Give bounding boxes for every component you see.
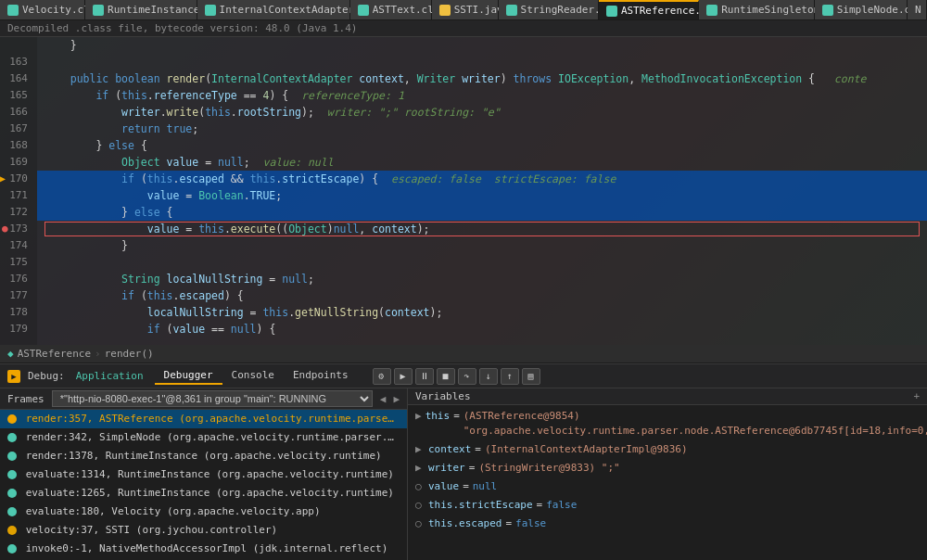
var-name-5: this.escaped [428,516,502,531]
var-name-3: value [428,479,459,494]
var-item-0: ▶ this = (ASTReference@9854) "org.apache… [408,407,927,440]
tab-runtimesingleton[interactable]: RuntimeSingleton.class × [699,0,815,19]
code-line-168: } else { [37,137,927,154]
var-eq-5: = [505,516,512,531]
vars-add-icon[interactable]: + [913,390,920,402]
debug-content: Frames *"http-nio-8080-exec-1"@8,361 in … [0,388,927,560]
debug-btn-stop[interactable]: ■ [437,368,455,385]
tab-bar: Velocity.class × RuntimeInstance.class ×… [0,0,927,20]
breadcrumb-separator: › [95,348,101,360]
frame-icon-2 [7,452,17,461]
var-val-2: (StringWriter@9833) ";" [478,461,619,476]
nav-next[interactable]: ▶ [393,393,400,405]
tab-internalctx[interactable]: InternalContextAdapterImpl.class × [197,0,350,19]
frame-item-1[interactable]: render:342, SimpleNode (org.apache.veloc… [0,428,407,447]
code-line-178: localNullString = this.getNullString(con… [37,304,927,321]
var-item-3: ○ value = null [408,477,927,496]
var-item-1: ▶ context = (InternalContextAdapterImpl@… [408,440,927,459]
ln-163: 163 [0,54,32,70]
breadcrumb-icon: ◆ [7,348,14,360]
code-editor[interactable]: } public boolean render(InternalContextA… [37,37,927,345]
var-eq-0: = [453,409,460,424]
var-expand-4: ○ [415,498,425,513]
var-item-5: ○ this.escaped = false [408,515,927,533]
tab-debugger[interactable]: Debugger [155,367,222,385]
frame-item-7[interactable]: invoke0:-1, NativeMethodAccessorImpl (jd… [0,540,407,558]
debug-btn-settings[interactable]: ⚙ [373,368,391,385]
variables-header: Variables + [408,388,927,405]
variable-list: ▶ this = (ASTReference@9854) "org.apache… [408,405,927,560]
frame-item-0[interactable]: render:357, ASTReference (org.apache.vel… [0,410,407,428]
app-icon: ▶ [7,370,20,383]
frame-label-0: render:357, ASTReference (org.apache.vel… [26,413,407,425]
tab-n[interactable]: N [908,0,927,19]
ln-165: 165 [0,87,32,104]
var-name-1: context [428,442,471,457]
ln-174: 174 [0,237,32,254]
frames-pane: Frames *"http-nio-8080-exec-1"@8,361 in … [0,388,408,560]
breadcrumb: ◆ ASTReference › render() [0,345,927,363]
breadcrumb-method: render() [105,348,154,360]
decompiled-notice: Decompiled .class file, bytecode version… [0,20,927,37]
code-line-169: Object value = null; value: null [37,154,927,171]
ln-166: 166 [0,104,32,121]
ln-178: 178 [0,304,32,321]
tab-console[interactable]: Console [222,367,284,385]
tab-ssti[interactable]: SSTI.java × [432,0,499,19]
tab-endpoints[interactable]: Endpoints [284,367,358,385]
frame-label-7: invoke0:-1, NativeMethodAccessorImpl (jd… [26,542,388,554]
code-line-173: value = this.execute((Object)null, conte… [37,221,927,237]
debug-tabs: Debugger Console Endpoints [155,367,358,385]
tab-asttext[interactable]: ASTText.class × [350,0,432,19]
var-expand-0[interactable]: ▶ [415,409,422,424]
ln-179: 179 [0,321,32,337]
code-line-167: return true; [37,121,927,137]
var-eq-4: = [537,498,543,513]
tab-stringreader[interactable]: StringReader.class × [499,0,599,19]
frame-label-1: render:342, SimpleNode (org.apache.veloc… [26,431,407,443]
code-line-179: if (value == null) { [37,321,927,337]
var-expand-1[interactable]: ▶ [415,442,425,457]
frame-icon-6 [7,526,17,535]
debug-btn-evaluate[interactable]: ▤ [522,368,540,385]
ln-empty [0,37,32,54]
ln-170: 170 [0,171,32,187]
variables-label: Variables [415,390,471,402]
frames-label: Frames [7,393,44,405]
tab-velocity[interactable]: Velocity.class × [0,0,85,19]
code-container: 163 164 165 166 167 168 169 170 171 172 … [0,37,927,345]
frame-item-3[interactable]: evaluate:1314, RuntimeInstance (org.apac… [0,465,407,484]
var-expand-2[interactable]: ▶ [415,461,425,476]
nav-prev[interactable]: ◀ [380,393,387,405]
var-eq-2: = [469,461,476,476]
debug-btn-step-over[interactable]: ↷ [458,368,476,385]
app-name: Application [76,370,144,382]
debug-toolbar: ▶ Debug: Application Debugger Console En… [0,364,927,388]
frame-item-6[interactable]: velocity:37, SSTI (org.jychou.controller… [0,521,407,540]
var-expand-5: ○ [415,516,425,531]
frame-item-4[interactable]: evaluate:1265, RuntimeInstance (org.apac… [0,484,407,503]
tab-simplenode[interactable]: SimpleNode.class × [815,0,908,19]
frame-item-2[interactable]: render:1378, RuntimeInstance (org.apache… [0,447,407,465]
var-eq-3: = [463,479,469,494]
debug-btn-step-into[interactable]: ↓ [479,368,498,385]
code-line-170: if (this.escaped && this.strictEscape) {… [37,171,927,187]
debug-btn-resume[interactable]: ▶ [394,368,413,385]
variables-pane: Variables + ▶ this = (ASTReference@9854)… [408,388,927,560]
code-line-177: if (this.escaped) { [37,287,927,304]
code-line-166: writer.write(this.rootString); writer: "… [37,104,927,121]
ln-167: 167 [0,121,32,137]
ln-169: 169 [0,154,32,171]
debug-btn-pause[interactable]: ⏸ [415,368,434,385]
tab-runtimeinstance[interactable]: RuntimeInstance.class × [85,0,197,19]
frame-icon-1 [7,433,17,442]
code-line-blank1: } [37,37,927,54]
frame-label-3: evaluate:1314, RuntimeInstance (org.apac… [26,468,394,480]
var-name-4: this.strictEscape [428,498,533,513]
frame-list: render:357, ASTReference (org.apache.vel… [0,410,407,560]
frame-item-5[interactable]: evaluate:180, Velocity (org.apache.veloc… [0,503,407,521]
thread-selector[interactable]: *"http-nio-8080-exec-1"@8,361 in group "… [52,390,373,407]
tab-astreference[interactable]: ASTReference.class × [599,0,699,19]
debug-btn-step-out[interactable]: ↑ [501,368,519,385]
var-item-4: ○ this.strictEscape = false [408,496,927,515]
